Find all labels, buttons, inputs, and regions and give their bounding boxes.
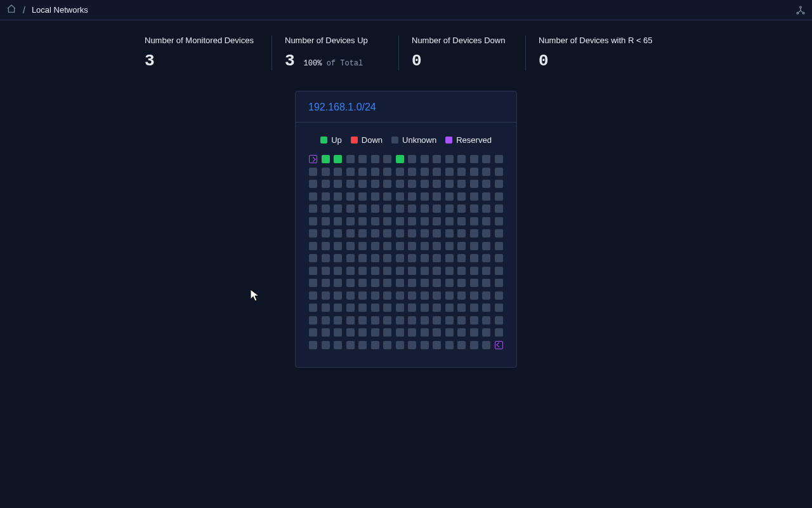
ip-cell[interactable] (358, 155, 367, 163)
ip-cell[interactable] (396, 204, 404, 213)
ip-cell[interactable] (470, 291, 478, 300)
ip-cell[interactable] (495, 304, 503, 312)
ip-cell[interactable] (408, 316, 416, 324)
ip-cell[interactable] (358, 254, 367, 262)
ip-cell[interactable] (408, 254, 416, 262)
network-link[interactable]: 192.168.1.0/24 (308, 102, 376, 112)
ip-cell[interactable] (495, 155, 503, 163)
ip-cell[interactable] (309, 168, 317, 176)
ip-cell[interactable] (421, 192, 429, 201)
ip-cell[interactable] (309, 204, 317, 213)
ip-cell[interactable] (346, 242, 355, 250)
ip-cell[interactable] (433, 217, 441, 225)
ip-cell[interactable] (457, 217, 466, 225)
ip-cell[interactable] (482, 217, 490, 225)
ip-cell[interactable] (396, 304, 404, 312)
ip-cell[interactable] (470, 279, 478, 287)
ip-cell[interactable] (457, 254, 466, 262)
ip-cell[interactable] (470, 229, 478, 237)
ip-cell[interactable] (334, 304, 342, 312)
ip-cell[interactable] (346, 217, 355, 225)
ip-cell[interactable] (421, 229, 429, 237)
ip-cell[interactable] (358, 229, 367, 237)
ip-cell[interactable] (322, 229, 330, 237)
ip-cell[interactable] (495, 267, 503, 275)
ip-cell[interactable] (457, 279, 466, 287)
ip-cell[interactable] (457, 316, 466, 324)
ip-cell[interactable] (371, 328, 379, 337)
ip-cell[interactable] (495, 217, 503, 225)
ip-cell[interactable] (457, 341, 466, 349)
ip-cell[interactable] (309, 155, 317, 163)
ip-cell[interactable] (383, 217, 391, 225)
ip-cell[interactable] (457, 328, 466, 337)
ip-cell[interactable] (322, 192, 330, 201)
ip-cell[interactable] (309, 291, 317, 300)
ip-cell[interactable] (457, 229, 466, 237)
ip-cell[interactable] (309, 180, 317, 188)
ip-cell[interactable] (309, 267, 317, 275)
ip-cell[interactable] (346, 328, 355, 337)
network-icon[interactable] (796, 5, 806, 15)
ip-cell[interactable] (421, 279, 429, 287)
ip-cell[interactable] (309, 316, 317, 324)
ip-cell[interactable] (433, 180, 441, 188)
ip-cell[interactable] (408, 341, 416, 349)
ip-cell[interactable] (371, 192, 379, 201)
ip-cell[interactable] (358, 279, 367, 287)
ip-cell[interactable] (470, 267, 478, 275)
ip-cell[interactable] (421, 304, 429, 312)
ip-cell[interactable] (322, 291, 330, 300)
ip-cell[interactable] (408, 267, 416, 275)
ip-cell[interactable] (482, 155, 490, 163)
ip-cell[interactable] (470, 242, 478, 250)
ip-cell[interactable] (470, 341, 478, 349)
ip-cell[interactable] (346, 341, 355, 349)
ip-cell[interactable] (408, 328, 416, 337)
ip-cell[interactable] (309, 217, 317, 225)
ip-cell[interactable] (346, 267, 355, 275)
ip-cell[interactable] (371, 316, 379, 324)
ip-cell[interactable] (334, 155, 342, 163)
ip-cell[interactable] (383, 291, 391, 300)
ip-cell[interactable] (433, 341, 441, 349)
ip-cell[interactable] (309, 192, 317, 201)
ip-cell[interactable] (346, 316, 355, 324)
ip-cell[interactable] (470, 180, 478, 188)
ip-cell[interactable] (309, 229, 317, 237)
ip-cell[interactable] (495, 341, 503, 349)
ip-cell[interactable] (495, 229, 503, 237)
ip-cell[interactable] (445, 341, 454, 349)
ip-cell[interactable] (457, 180, 466, 188)
ip-cell[interactable] (334, 291, 342, 300)
ip-cell[interactable] (358, 341, 367, 349)
ip-cell[interactable] (457, 204, 466, 213)
ip-cell[interactable] (371, 341, 379, 349)
ip-cell[interactable] (433, 328, 441, 337)
ip-cell[interactable] (433, 204, 441, 213)
ip-cell[interactable] (408, 291, 416, 300)
ip-cell[interactable] (383, 254, 391, 262)
ip-cell[interactable] (457, 168, 466, 176)
ip-cell[interactable] (495, 316, 503, 324)
ip-cell[interactable] (445, 192, 454, 201)
ip-cell[interactable] (383, 316, 391, 324)
ip-cell[interactable] (346, 155, 355, 163)
ip-cell[interactable] (383, 155, 391, 163)
ip-cell[interactable] (421, 316, 429, 324)
ip-cell[interactable] (334, 316, 342, 324)
ip-cell[interactable] (383, 279, 391, 287)
home-icon[interactable] (6, 4, 16, 16)
ip-cell[interactable] (433, 316, 441, 324)
ip-cell[interactable] (346, 279, 355, 287)
ip-cell[interactable] (358, 204, 367, 213)
ip-cell[interactable] (371, 267, 379, 275)
ip-cell[interactable] (433, 242, 441, 250)
ip-cell[interactable] (334, 192, 342, 201)
ip-cell[interactable] (383, 204, 391, 213)
ip-cell[interactable] (322, 168, 330, 176)
ip-cell[interactable] (445, 168, 454, 176)
ip-cell[interactable] (482, 192, 490, 201)
ip-cell[interactable] (383, 192, 391, 201)
ip-cell[interactable] (421, 267, 429, 275)
